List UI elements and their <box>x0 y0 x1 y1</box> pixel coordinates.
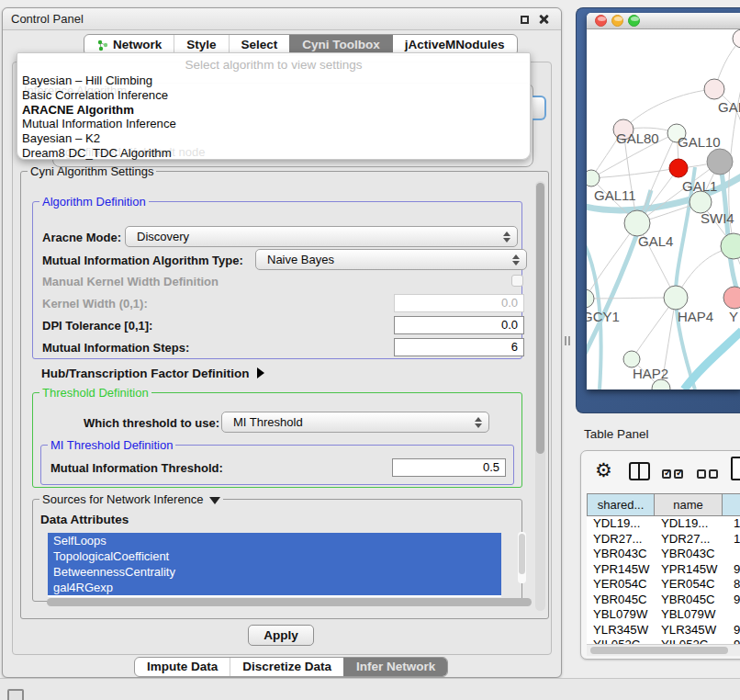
mac-minimize-button[interactable] <box>611 15 623 27</box>
dropdown-item[interactable]: Bayesian – K2 <box>17 131 530 146</box>
table-header: shared... name A <box>587 493 740 516</box>
label-gcy1: GCY1 <box>587 309 620 324</box>
apply-button[interactable]: Apply <box>248 625 314 646</box>
sources-title[interactable]: Sources for Network Inference <box>39 492 223 506</box>
table-horizontal-scrollbar[interactable] <box>587 644 740 656</box>
column-header-name[interactable]: name <box>655 493 723 516</box>
table-row[interactable]: YPR145WYPR145W9. <box>587 562 740 578</box>
node-gal-cut[interactable] <box>704 79 724 99</box>
node-gal11[interactable] <box>587 170 600 186</box>
sources-group: Sources for Network Inference Data Attri… <box>32 499 522 602</box>
table-row[interactable]: YIL052CYIL052C9 <box>587 638 740 644</box>
label-gal11: GAL11 <box>594 187 636 203</box>
control-panel-title: Control Panel <box>3 8 561 30</box>
table-cell: YDL19... <box>587 516 655 532</box>
tab-discretize-data[interactable]: Discretize Data <box>230 658 343 676</box>
panel-splitter-grip[interactable] <box>565 336 570 345</box>
mi-steps-field[interactable]: 6 <box>394 338 524 356</box>
network-window-frame: GAL GAL80 GAL10 GAL1 GAL11 GAL4 SWI4 GCY… <box>576 7 740 413</box>
combo-spinner-icon <box>512 254 520 266</box>
attributes-scrollbar-thumb[interactable] <box>519 534 525 574</box>
which-threshold-select[interactable]: MI Threshold <box>221 412 489 433</box>
node-gcy1[interactable] <box>587 289 594 308</box>
attribute-list-item[interactable]: BetweennessCentrality <box>48 564 501 580</box>
column-header-shared[interactable]: shared... <box>587 493 655 516</box>
settings-vertical-scrollbar[interactable] <box>535 181 545 611</box>
threshold-definition-group: Threshold Definition Which threshold to … <box>32 392 522 488</box>
dropdown-item[interactable]: ARACNE Algorithm <box>17 103 530 118</box>
table-row[interactable]: YLR345WYLR345W9. <box>587 623 740 638</box>
node-gray[interactable] <box>707 149 733 175</box>
dpi-tolerance-field[interactable]: 0.0 <box>394 316 524 334</box>
kernel-width-field[interactable]: 0.0 <box>394 294 524 312</box>
tab-infer-network[interactable]: Infer Network <box>343 658 447 676</box>
node-hap4[interactable] <box>664 286 688 310</box>
node-red-selected[interactable] <box>669 159 688 177</box>
table-cell: YLR345W <box>587 623 655 638</box>
algorithm-dropdown: Select algorithm to view settings Bayesi… <box>17 52 531 160</box>
node-partial-top[interactable] <box>733 29 740 48</box>
select-all-columns-icon[interactable] <box>662 466 686 482</box>
manual-kernel-checkbox[interactable] <box>511 275 523 287</box>
column-header-cut[interactable]: A <box>723 493 740 516</box>
attribute-list-item[interactable]: SelfLoops <box>48 533 501 548</box>
node-y-cut[interactable] <box>723 287 740 309</box>
settings-hscroll-thumb[interactable] <box>47 598 532 606</box>
float-window-icon[interactable] <box>521 16 529 24</box>
table-row[interactable]: YDL19...YDL19...13 <box>587 516 740 532</box>
table-row[interactable]: YBR045CYBR045C9. <box>587 593 740 608</box>
mac-close-button[interactable] <box>595 15 607 27</box>
label-y-cut: Y <box>729 309 738 324</box>
node-swi4[interactable] <box>721 233 740 259</box>
table-row[interactable]: YER054CYER054C8. <box>587 577 740 593</box>
table-cell: YPR145W <box>587 562 655 578</box>
mi-steps-label: Mutual Information Steps: <box>42 341 189 355</box>
settings-vscroll-thumb[interactable] <box>536 183 544 454</box>
settings-horizontal-scrollbar[interactable] <box>25 596 535 608</box>
focused-combobox-fragment[interactable] <box>533 96 546 120</box>
table-cell: 9. <box>723 593 740 608</box>
network-graph: GAL GAL80 GAL10 GAL1 GAL11 GAL4 SWI4 GCY… <box>587 29 740 390</box>
table-row[interactable]: YBL079WYBL079W <box>587 607 740 623</box>
label-gal-cut: GAL <box>718 99 740 115</box>
label-gal1: GAL1 <box>682 178 717 194</box>
hub-definition-toggle[interactable]: Hub/Transcription Factor Definition <box>41 367 264 380</box>
checked-box-icon <box>662 469 671 479</box>
label-gal10: GAL10 <box>678 134 721 150</box>
table-cell: YBR043C <box>655 547 723 562</box>
table-row[interactable]: YDR27...YDR27...12 <box>587 532 740 548</box>
data-attributes-list[interactable]: SelfLoopsTopologicalCoefficientBetweenne… <box>48 533 501 597</box>
attributes-list-scrollbar[interactable] <box>518 532 526 583</box>
table-row[interactable]: YBR043CYBR043C <box>587 547 740 562</box>
unchecked-box-icon <box>697 469 706 479</box>
minimized-panel-icon[interactable] <box>7 689 24 700</box>
deselect-all-columns-icon[interactable] <box>697 466 721 482</box>
checked-box-icon <box>674 469 683 479</box>
mac-zoom-button[interactable] <box>628 15 640 27</box>
node-gal4[interactable] <box>624 210 650 236</box>
table-hscroll-thumb[interactable] <box>590 647 728 654</box>
network-canvas[interactable]: GAL GAL80 GAL10 GAL1 GAL11 GAL4 SWI4 GCY… <box>587 29 740 390</box>
label-gal4: GAL4 <box>638 233 673 249</box>
bottom-bar <box>0 678 740 700</box>
table-settings-gear-icon[interactable]: ⚙ <box>595 459 612 481</box>
network-window-titlebar[interactable] <box>587 13 740 29</box>
mi-threshold-label: Mutual Information Threshold: <box>50 461 223 475</box>
mi-threshold-field[interactable]: 0.5 <box>392 458 506 477</box>
mi-type-label: Mutual Information Algorithm Type: <box>42 254 243 267</box>
table-cell <box>723 547 740 562</box>
document-icon[interactable] <box>731 457 740 480</box>
algorithm-definition-title: Algorithm Definition <box>39 195 149 209</box>
tab-impute-data[interactable]: Impute Data <box>135 658 230 676</box>
split-columns-icon[interactable] <box>629 462 650 480</box>
table-cell: YIL052C <box>655 638 723 644</box>
attribute-list-item[interactable]: gal4RGexp <box>48 580 501 595</box>
aracne-mode-select[interactable]: Discovery <box>125 226 518 247</box>
table-cell: YBL079W <box>587 607 655 623</box>
close-icon[interactable] <box>538 14 549 25</box>
attribute-list-item[interactable]: TopologicalCoefficient <box>48 548 501 564</box>
table-cell: YDL19... <box>655 516 723 532</box>
table-cell: 9 <box>723 638 740 644</box>
dropdown-item[interactable]: Mutual Information Inference <box>17 117 530 131</box>
mi-type-select[interactable]: Naive Bayes <box>255 249 527 270</box>
